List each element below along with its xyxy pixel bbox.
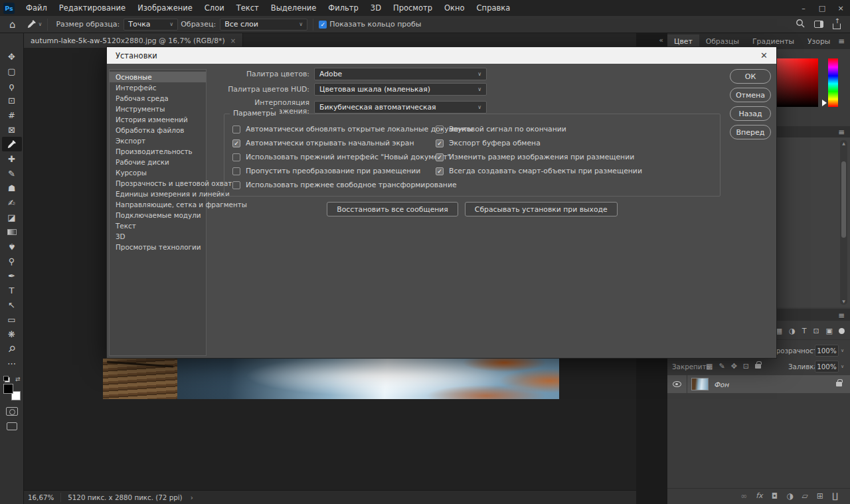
panel-menu-icon[interactable]: ≡ xyxy=(838,37,845,46)
checkbox[interactable]: ✓ xyxy=(436,139,444,147)
close-icon[interactable]: ✕ xyxy=(760,50,768,60)
maximize-button[interactable]: □ xyxy=(813,0,831,16)
menu-item[interactable]: Окно xyxy=(438,0,471,16)
clone-stamp-tool[interactable]: ☗ xyxy=(2,181,22,195)
prefs-sidebar-item[interactable]: Экспорт xyxy=(110,135,206,146)
foreground-color-swatch[interactable] xyxy=(3,384,13,394)
chevron-down-icon[interactable]: ∨ xyxy=(841,348,844,353)
menu-item[interactable]: Просмотр xyxy=(387,0,438,16)
show-sampling-ring-checkbox[interactable]: ✓ xyxy=(319,21,327,29)
lock-transparency-icon[interactable]: ▦ xyxy=(706,362,713,371)
checkbox[interactable] xyxy=(232,126,240,133)
document-tab[interactable]: autumn-lake-5k-aw-5120x2880.jpg @ 16,7% … xyxy=(24,33,243,48)
layer-row-background[interactable]: Фон xyxy=(667,375,850,393)
pen-tool[interactable]: ✒ xyxy=(2,268,22,283)
preference-select[interactable]: Adobe∨ xyxy=(314,68,487,80)
eyedropper-tool-icon[interactable] xyxy=(27,19,37,29)
close-button[interactable]: × xyxy=(831,0,850,16)
status-arrow-icon[interactable]: › xyxy=(191,493,193,501)
filter-type-layers-icon[interactable]: Т xyxy=(802,327,807,335)
menu-item[interactable]: Файл xyxy=(20,0,53,16)
opacity-value[interactable]: 100% xyxy=(815,345,839,357)
swap-colors-icon[interactable]: ⇄ xyxy=(15,376,21,382)
crop-tool[interactable]: # xyxy=(2,108,22,122)
prefs-sidebar-item[interactable]: Производительность xyxy=(110,146,206,157)
gradient-tool[interactable] xyxy=(2,224,22,239)
close-icon[interactable]: × xyxy=(230,37,236,44)
screen-mode-button[interactable] xyxy=(7,422,17,430)
checkbox[interactable] xyxy=(232,153,240,161)
eyedropper-tool[interactable] xyxy=(2,137,22,151)
marquee-tool[interactable]: ▢ xyxy=(2,64,22,78)
fill-value[interactable]: 100% xyxy=(815,361,839,373)
type-tool[interactable]: T xyxy=(2,283,22,297)
menu-item[interactable]: Фильтр xyxy=(322,0,365,16)
checkbox[interactable] xyxy=(232,167,240,175)
dialog-titlebar[interactable]: Установки ✕ xyxy=(107,47,776,64)
search-icon[interactable] xyxy=(796,19,805,30)
zoom-tool[interactable]: ⚲ xyxy=(2,341,22,356)
workspace-icon[interactable] xyxy=(814,21,823,28)
prefs-sidebar-item[interactable]: Инструменты xyxy=(110,104,206,114)
brush-tool[interactable]: ✎ xyxy=(2,166,22,181)
quick-mask-button[interactable] xyxy=(6,407,18,416)
checkbox[interactable]: ✓ xyxy=(436,153,444,161)
prefs-sidebar-item[interactable]: 3D xyxy=(110,231,206,242)
lasso-tool[interactable]: ϙ xyxy=(2,78,22,93)
scroll-up-icon[interactable]: ▲ xyxy=(842,140,845,147)
chevron-down-icon[interactable]: ∨ xyxy=(841,364,844,369)
checkbox[interactable] xyxy=(436,126,444,133)
new-layer-icon[interactable]: ⊞ xyxy=(817,491,823,501)
sample-size-select[interactable]: Точка ∨ xyxy=(124,19,178,31)
prefs-sidebar-item[interactable]: Подключаемые модули xyxy=(110,210,206,220)
menu-item[interactable]: Справка xyxy=(471,0,517,16)
dodge-tool[interactable]: ⚲ xyxy=(2,254,22,268)
hue-slider[interactable] xyxy=(828,58,838,107)
scroll-down-icon[interactable]: ▼ xyxy=(842,298,845,305)
prefs-sidebar-item[interactable]: Рабочие диски xyxy=(110,157,206,167)
chevron-down-icon[interactable]: ∨ xyxy=(39,21,42,27)
hand-tool[interactable]: ❋ xyxy=(2,327,22,341)
layer-thumbnail[interactable] xyxy=(691,378,709,390)
preference-select[interactable]: Цветовая шкала (маленькая)∨ xyxy=(314,83,487,96)
move-tool[interactable]: ✥ xyxy=(2,49,22,64)
scrollbar[interactable]: ▲ ▼ xyxy=(840,140,847,305)
prefs-sidebar-item[interactable]: Интерфейс xyxy=(110,82,206,93)
filter-smart-objects-icon[interactable]: ▣ xyxy=(826,327,833,335)
reset-all-messages-button[interactable]: Восстановить все сообщения xyxy=(327,202,458,216)
checkbox[interactable] xyxy=(232,181,240,189)
document-image[interactable] xyxy=(103,359,559,399)
menu-item[interactable]: Текст xyxy=(230,0,265,16)
layer-visibility-cell[interactable] xyxy=(667,375,687,393)
prefs-sidebar-item[interactable]: Курсоры xyxy=(110,167,206,178)
delete-layer-icon[interactable]: ∐ xyxy=(832,491,838,501)
panel-menu-icon[interactable]: ≡ xyxy=(838,127,845,137)
zoom-level[interactable]: 16,67% xyxy=(24,493,60,501)
frame-tool[interactable]: ⊠ xyxy=(2,122,22,137)
menu-item[interactable]: 3D xyxy=(365,0,387,16)
panel-menu-icon[interactable]: ≡ xyxy=(838,311,845,320)
default-colors-icon[interactable] xyxy=(3,376,10,382)
lock-position-icon[interactable]: ✥ xyxy=(731,362,737,371)
layer-filter-toggle[interactable] xyxy=(839,328,845,334)
reset-preferences-on-exit-button[interactable]: Сбрасывать установки при выходе xyxy=(465,202,618,216)
minimize-button[interactable]: – xyxy=(794,0,813,16)
prefs-sidebar-item[interactable]: Текст xyxy=(110,220,206,231)
prefs-sidebar-item[interactable]: Основные xyxy=(110,72,206,82)
ok-button[interactable]: ОК xyxy=(730,69,771,84)
layer-group-icon[interactable]: ▱ xyxy=(802,491,808,501)
adjustment-layer-icon[interactable]: ◑ xyxy=(786,491,793,501)
history-brush-tool[interactable]: ✍ xyxy=(2,195,22,210)
prefs-sidebar-item[interactable]: Единицы измерения и линейки xyxy=(110,189,206,199)
hue-slider-handle[interactable] xyxy=(822,100,827,106)
eraser-tool[interactable]: ◪ xyxy=(2,210,22,224)
rectangle-tool[interactable]: ▭ xyxy=(2,312,22,327)
checkbox[interactable]: ✓ xyxy=(436,167,444,175)
filter-shape-layers-icon[interactable]: ⊡ xyxy=(813,327,819,335)
scrollbar-thumb[interactable] xyxy=(841,161,846,238)
object-selection-tool[interactable]: ⊡ xyxy=(2,93,22,108)
prefs-sidebar-item[interactable]: Рабочая среда xyxy=(110,93,206,104)
menu-item[interactable]: Изображение xyxy=(131,0,199,16)
lock-all-icon[interactable] xyxy=(755,364,761,369)
expand-panels-icon[interactable]: « xyxy=(659,36,662,44)
